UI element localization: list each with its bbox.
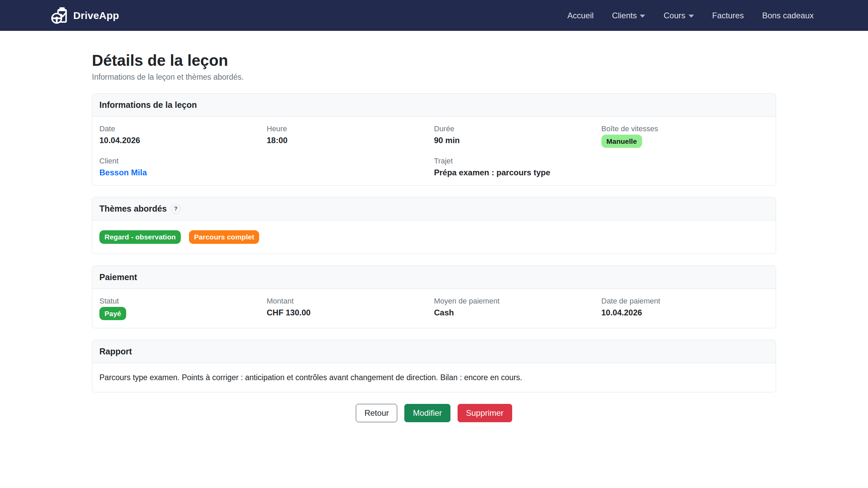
field-label: Client: [99, 157, 434, 165]
field-label: Moyen de paiement: [434, 297, 601, 306]
field-label: Heure: [267, 124, 434, 133]
themes-card-header: Thèmes abordés ?: [92, 197, 776, 220]
action-buttons: Retour Modifier Supprimer: [92, 404, 776, 422]
field-heure: Heure 18:00: [267, 124, 434, 148]
page-subtitle: Informations de la leçon et thèmes abord…: [92, 73, 776, 82]
nav-item-factures[interactable]: Factures: [703, 7, 753, 24]
lesson-info-card-header: Informations de la leçon: [92, 94, 776, 117]
field-value: 90 min: [434, 136, 601, 145]
report-text: Parcours type examen. Points à corriger …: [99, 371, 769, 384]
main-content: Détails de la leçon Informations de la l…: [92, 51, 776, 422]
nav-item-accueil[interactable]: Accueil: [558, 7, 603, 24]
driveapp-logo-icon: [50, 6, 69, 25]
field-label: Statut: [99, 297, 267, 306]
page-title: Détails de la leçon: [92, 51, 776, 70]
field-label: Durée: [434, 124, 601, 133]
field-value: 10.04.2026: [601, 308, 769, 317]
nav-label: Factures: [712, 11, 744, 20]
field-trajet: Trajet Prépa examen : parcours type: [434, 157, 769, 177]
card-title: Paiement: [99, 272, 137, 282]
gearbox-badge: Manuelle: [601, 135, 642, 148]
field-value: 18:00: [267, 136, 434, 145]
field-label: Date de paiement: [601, 297, 769, 306]
theme-badge: Parcours complet: [189, 230, 259, 243]
delete-button[interactable]: Supprimer: [458, 404, 512, 422]
payment-card: Paiement Statut Payé Montant CHF 130.00 …: [92, 266, 776, 328]
field-label: Montant: [267, 297, 434, 306]
payment-card-header: Paiement: [92, 266, 776, 289]
nav-item-cours[interactable]: Cours: [654, 7, 703, 24]
field-client: Client Besson Mila: [99, 157, 434, 177]
field-value: CHF 130.00: [267, 308, 434, 317]
field-label: Boîte de vitesses: [601, 124, 769, 133]
payment-status-badge: Payé: [99, 307, 126, 320]
field-value: 10.04.2026: [99, 136, 267, 145]
field-boite-de-vitesses: Boîte de vitesses Manuelle: [601, 124, 769, 148]
chevron-down-icon: [640, 15, 645, 18]
help-icon[interactable]: ?: [171, 204, 181, 214]
theme-badge: Regard - observation: [99, 230, 181, 243]
nav-item-bons-cadeaux[interactable]: Bons cadeaux: [753, 7, 814, 24]
card-title: Rapport: [99, 347, 132, 356]
field-label: Trajet: [434, 157, 769, 165]
field-montant: Montant CHF 130.00: [267, 297, 434, 320]
report-card-header: Rapport: [92, 340, 776, 363]
brand-name: DriveApp: [73, 10, 119, 21]
lesson-info-card: Informations de la leçon Date 10.04.2026…: [92, 93, 776, 186]
theme-badges: Regard - observation Parcours complet: [99, 228, 769, 246]
field-value: Prépa examen : parcours type: [434, 168, 769, 177]
nav-label: Accueil: [567, 11, 594, 20]
nav-label: Clients: [612, 11, 637, 20]
navbar: DriveApp Accueil Clients Cours Factures …: [0, 0, 868, 31]
field-duree: Durée 90 min: [434, 124, 601, 148]
nav-label: Bons cadeaux: [762, 11, 814, 20]
nav-item-clients[interactable]: Clients: [603, 7, 654, 24]
card-title: Thèmes abordés: [99, 204, 167, 214]
edit-button[interactable]: Modifier: [404, 404, 450, 422]
field-label: Date: [99, 124, 267, 133]
client-link[interactable]: Besson Mila: [99, 168, 147, 177]
chevron-down-icon: [689, 15, 694, 18]
field-moyen-de-paiement: Moyen de paiement Cash: [434, 297, 601, 320]
themes-card: Thèmes abordés ? Regard - observation Pa…: [92, 197, 776, 254]
card-title: Informations de la leçon: [99, 100, 197, 110]
field-date: Date 10.04.2026: [99, 124, 267, 148]
nav-label: Cours: [663, 11, 685, 20]
field-statut: Statut Payé: [99, 297, 267, 320]
main-nav: Accueil Clients Cours Factures Bons cade…: [558, 7, 814, 24]
brand[interactable]: DriveApp: [50, 6, 119, 25]
back-button[interactable]: Retour: [356, 404, 397, 422]
field-date-de-paiement: Date de paiement 10.04.2026: [601, 297, 769, 320]
field-value: Cash: [434, 308, 601, 317]
report-card: Rapport Parcours type examen. Points à c…: [92, 340, 776, 392]
